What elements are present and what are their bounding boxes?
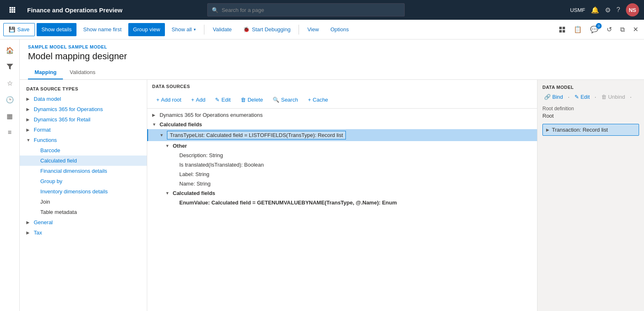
data-model-title: DATA MODEL [542,85,639,90]
data-source-types-panel: DATA SOURCE TYPES ▶ Data model ▶ Dynamic… [20,80,147,311]
show-name-first-button[interactable]: Show name first [78,23,126,36]
dst-financial-dimensions[interactable]: Financial dimensions details [20,166,147,176]
svg-rect-11 [559,30,562,32]
show-details-button[interactable]: Show details [37,23,77,36]
nav-filter-icon[interactable] [2,59,17,74]
dm-edit-button[interactable]: ✎ Edit [573,93,591,101]
search-icon: 🔍 [212,7,218,13]
tab-mapping[interactable]: Mapping [28,66,63,79]
datasources-tree: ▶ Dynamics 365 for Operations enumeratio… [147,109,537,311]
show-all-button[interactable]: Show all ▾ [167,23,201,36]
nav-modules-icon[interactable]: ≡ [2,125,17,140]
global-search-bar[interactable]: 🔍 [207,3,405,16]
ds-transtype-list[interactable]: ▼ TransTypeList: Calculated field = LIST… [147,129,537,141]
dst-format[interactable]: ▶ Format [20,125,147,135]
avatar[interactable]: NS [626,3,639,16]
cache-button[interactable]: + Cache [304,95,332,105]
show-all-chevron-icon: ▾ [194,27,196,32]
top-nav-right: USMF 🔔 ⚙ ? NS [570,3,639,16]
dst-functions[interactable]: ▼ Functions [20,135,147,145]
expand-icon: ▼ [26,138,31,142]
expand-icon: ▶ [26,230,31,235]
data-sources-panel: DATA SOURCES + Add root + Add ✎ Edit [147,80,537,311]
close-icon[interactable]: ✕ [630,24,641,35]
svg-rect-0 [9,7,11,9]
expand-icon: ▼ [165,191,170,195]
dst-data-model[interactable]: ▶ Data model [20,94,147,104]
help-icon[interactable]: ? [616,6,620,14]
bind-button[interactable]: 🔗 Bind [542,93,565,101]
root-definition-value: Root [542,113,639,119]
debug-icon: 🐞 [243,26,250,32]
dm-transaction-record[interactable]: ▶ Transaction: Record list [542,124,639,136]
grid-menu-icon[interactable] [5,2,20,17]
dm-tree-item-label: Transaction: Record list [552,127,608,133]
detach-icon[interactable]: ⧉ [618,24,627,35]
dst-barcode[interactable]: Barcode [20,145,147,156]
expand-icon: ▼ [152,122,157,127]
validate-button[interactable]: Validate [208,23,236,36]
add-root-button[interactable]: + Add root [152,95,185,105]
ds-calc-fields-2[interactable]: ▼ Calculated fields [147,188,537,198]
dst-table-metadata[interactable]: Table metadata [20,207,147,217]
search-button[interactable]: 🔍 Search [269,95,302,105]
settings-icon[interactable]: ⚙ [605,6,611,14]
ds-name[interactable]: Name: String [147,179,537,188]
breadcrumb: SAMPLE MODEL SAMPLE MODEL [28,44,636,49]
ds-description[interactable]: Description: String [147,151,537,160]
view-button[interactable]: View [302,23,324,36]
dst-general[interactable]: ▶ General [20,217,147,227]
dst-d365-retail[interactable]: ▶ Dynamics 365 for Retail [20,114,147,125]
ds-enum-value[interactable]: EnumValue: Calculated field = GETENUMVAL… [147,198,537,207]
top-navigation: Finance and Operations Preview 🔍 USMF 🔔 … [0,0,644,20]
ds-d365-enum[interactable]: ▶ Dynamics 365 for Operations enumeratio… [147,110,537,120]
tab-validations[interactable]: Validations [63,66,102,79]
main-content: SAMPLE MODEL SAMPLE MODEL Model mapping … [20,39,644,311]
expand-icon: ▶ [26,117,31,122]
nav-recent-icon[interactable]: 🕒 [2,92,17,107]
options-button[interactable]: Options [325,23,354,36]
save-button[interactable]: 💾 Save [3,23,35,36]
expand-icon: ▶ [26,220,31,225]
ds-calc-fields-1[interactable]: ▼ Calculated fields [147,120,537,129]
notification-icon[interactable]: 🔔 [591,6,599,14]
dst-d365-operations[interactable]: ▶ Dynamics 365 for Operations [20,104,147,114]
search-icon: 🔍 [273,97,279,103]
dst-calculated-field[interactable]: Calculated field [20,156,147,166]
page-tabs: Mapping Validations [28,66,636,79]
toolbar-separator-1 [204,25,204,35]
start-debugging-button[interactable]: 🐞 Start Debugging [238,23,295,36]
svg-rect-4 [12,9,13,11]
nav-workspaces-icon[interactable]: ▦ [2,109,17,123]
global-search-input[interactable] [222,7,400,13]
dst-join[interactable]: Join [20,197,147,207]
delete-button[interactable]: 🗑 Delete [236,95,267,105]
refresh-icon[interactable]: ↺ [604,24,614,35]
svg-rect-1 [12,7,13,9]
body-panels: DATA SOURCE TYPES ▶ Data model ▶ Dynamic… [20,80,644,311]
ds-other-section[interactable]: ▼ Other [147,141,537,151]
dst-group-by[interactable]: Group by [20,176,147,186]
message-badge-button[interactable]: 💬 0 [588,24,601,35]
expand-icon: ▶ [26,107,31,111]
group-view-button[interactable]: Group view [128,23,165,36]
ds-label[interactable]: Label: String [147,169,537,179]
nav-home-icon[interactable]: 🏠 [2,43,17,58]
add-button[interactable]: + Add [187,95,210,105]
dst-inventory-dimensions[interactable]: Inventory dimensions details [20,186,147,197]
root-definition-field: Root definition Root [542,106,639,119]
main-toolbar: 💾 Save Show details Show name first Grou… [0,20,644,39]
delete-icon: 🗑 [241,97,246,103]
edit-button[interactable]: ✎ Edit [211,95,234,105]
notification-panel-icon[interactable]: 📋 [571,24,584,35]
user-company: USMF [570,7,585,13]
dst-tax[interactable]: ▶ Tax [20,227,147,238]
dm-edit-icon: ✎ [575,94,579,100]
nav-favorites-icon[interactable]: ☆ [2,76,17,91]
svg-rect-5 [14,9,15,11]
svg-rect-2 [14,7,15,9]
toolbar-right-actions: 📋 💬 0 ↺ ⧉ ✕ [556,24,641,35]
ds-is-translated[interactable]: Is translated(IsTranslated): Boolean [147,160,537,169]
personalize-icon[interactable] [556,25,568,35]
data-model-actions: 🔗 Bind · ✎ Edit · 🗑 Unbind · [542,93,639,101]
